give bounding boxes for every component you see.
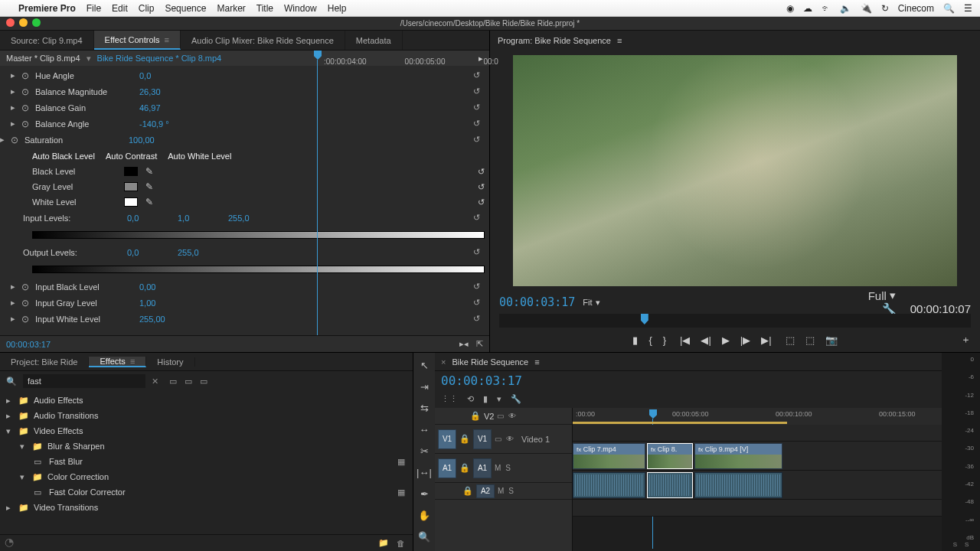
panel-menu-icon[interactable]: ≡ [165, 35, 169, 44]
target-a2-button[interactable]: A2 [476, 484, 495, 498]
eyedropper-icon[interactable]: ✎ [145, 166, 153, 177]
solo-right[interactable]: S [965, 541, 969, 548]
gray-swatch[interactable] [124, 182, 138, 191]
toggle-output-icon[interactable]: ▭ [495, 435, 501, 443]
timeline-ruler[interactable]: :00:00 00:00:05:00 00:00:10:00 00:00:15:… [573, 408, 942, 425]
marker-icon[interactable]: ▮ [632, 334, 638, 346]
input-levels-gradient[interactable] [32, 231, 485, 239]
track-v2[interactable] [573, 425, 942, 442]
menu-icon[interactable]: ☰ [964, 3, 972, 14]
pen-tool[interactable]: ✒ [416, 486, 432, 501]
reset-icon[interactable]: ↺ [473, 298, 485, 308]
menu-window[interactable]: Window [284, 3, 317, 14]
tree-folder[interactable]: ▸📁Audio Effects [0, 393, 413, 408]
black-swatch[interactable] [124, 167, 138, 176]
program-video-viewport[interactable] [513, 55, 957, 286]
playhead-icon[interactable] [641, 314, 648, 324]
source-a1-button[interactable]: A1 [438, 458, 456, 478]
tab-history[interactable]: History [146, 357, 194, 367]
reset-icon[interactable]: ↺ [473, 119, 485, 129]
tree-folder[interactable]: ▸📁Video Transitions [0, 500, 413, 515]
target-a1-button[interactable]: A1 [473, 458, 492, 478]
effects-search-input[interactable] [23, 374, 145, 388]
menu-file[interactable]: File [87, 3, 101, 14]
extract-icon[interactable]: ⬚ [805, 334, 815, 346]
ripple-tool[interactable]: ⇆ [416, 400, 432, 416]
settings-icon[interactable]: ▾ [497, 394, 501, 404]
eye-icon[interactable]: 👁 [506, 435, 514, 443]
menu-edit[interactable]: Edit [112, 3, 128, 14]
lock-icon[interactable]: 🔒 [459, 463, 470, 473]
tree-folder[interactable]: ▾📁Color Correction [0, 469, 413, 484]
reset-icon[interactable]: ↺ [473, 282, 485, 292]
work-area-bar[interactable] [573, 422, 787, 424]
source-v1-button[interactable]: V1 [438, 429, 456, 449]
snap-icon[interactable]: ⋮⋮ [441, 394, 458, 404]
solo-left[interactable]: S [953, 541, 957, 548]
slip-tool[interactable]: |↔| [416, 465, 432, 480]
panel-menu-icon[interactable]: ≡ [534, 357, 539, 367]
tab-project[interactable]: Project: Bike Ride [0, 357, 89, 367]
app-name[interactable]: Premiere Pro [18, 3, 76, 14]
effect-timeline-ruler[interactable]: :00:00:04:00 00:00:05:00 00:0 [302, 51, 479, 72]
menu-help[interactable]: Help [328, 3, 347, 14]
eyedropper-icon[interactable]: ✎ [145, 181, 153, 192]
reset-icon[interactable]: ↺ [478, 182, 485, 192]
export-icon[interactable]: ⇱ [476, 339, 483, 349]
reset-icon[interactable]: ↺ [473, 314, 485, 324]
hand-tool[interactable]: ✋ [416, 507, 432, 523]
timeline-tc[interactable]: 00:00:03:17 [441, 373, 522, 388]
track-v1[interactable]: fx Clip 7.mp4 fx Clip 8. fx Clip 9.mp4 [… [573, 442, 942, 471]
track-v2-label[interactable]: V2 [484, 412, 494, 421]
window-controls[interactable] [6, 18, 41, 27]
menu-title[interactable]: Title [256, 3, 273, 14]
tab-effects[interactable]: Effects≡ [89, 357, 146, 367]
auto-contrast-button[interactable]: Auto Contrast [106, 152, 157, 161]
linked-selection-icon[interactable]: ⟲ [467, 394, 474, 404]
reset-icon[interactable]: ↺ [473, 86, 485, 96]
wrench-icon[interactable]: 🔧 [511, 394, 521, 404]
tab-effect-controls[interactable]: Effect Controls≡ [94, 31, 181, 50]
spotlight-icon[interactable]: 🔍 [943, 3, 955, 14]
tree-folder[interactable]: ▾📁Video Effects [0, 423, 413, 439]
step-fwd-icon[interactable]: |▶ [740, 334, 750, 346]
new-bin-icon[interactable]: 📁 [378, 538, 389, 548]
white-swatch[interactable] [124, 197, 138, 207]
tab-metadata[interactable]: Metadata [345, 31, 403, 50]
razor-tool[interactable]: ✂ [416, 443, 432, 458]
lift-icon[interactable]: ⬚ [786, 334, 795, 346]
param-input-white[interactable]: Input White Level [35, 315, 135, 324]
track-a2[interactable] [573, 500, 942, 517]
clip-9[interactable]: fx Clip 9.mp4 [V] [694, 443, 782, 469]
play-button[interactable]: ▶ [722, 334, 730, 346]
tree-folder[interactable]: ▸📁Audio Transitions [0, 408, 413, 423]
quality-dropdown[interactable]: Full ▾ [868, 289, 971, 302]
lock-icon[interactable]: 🔒 [470, 411, 481, 421]
auto-black-level-button[interactable]: Auto Black Level [32, 152, 95, 161]
sequence-clip-link[interactable]: Bike Ride Sequence * Clip 8.mp4 [97, 54, 222, 63]
chevron-down-icon[interactable]: ▾ [87, 54, 91, 64]
playhead-icon[interactable] [649, 409, 657, 419]
clip-7[interactable]: fx Clip 7.mp4 [573, 443, 645, 469]
preset-icon[interactable]: ▭ [169, 377, 177, 386]
step-back-icon[interactable]: ◀| [701, 334, 710, 346]
auto-white-level-button[interactable]: Auto White Level [168, 152, 231, 161]
preset-icon[interactable]: ▭ [200, 377, 207, 386]
close-icon[interactable] [6, 18, 15, 27]
param-hue-angle[interactable]: Hue Angle [35, 71, 135, 80]
param-input-black[interactable]: Input Black Level [35, 282, 135, 292]
rate-stretch-tool[interactable]: ↔ [416, 422, 432, 437]
eye-icon[interactable]: 👁 [508, 412, 516, 420]
maximize-icon[interactable] [32, 18, 41, 27]
zoom-tool[interactable]: 🔍 [416, 529, 432, 544]
param-saturation[interactable]: Saturation [24, 135, 124, 145]
trash-icon[interactable]: 🗑 [397, 539, 405, 548]
preset-icon[interactable]: ▭ [185, 377, 192, 386]
in-point-icon[interactable]: { [648, 334, 652, 346]
program-scrubber[interactable] [499, 314, 971, 328]
param-balance-angle[interactable]: Balance Angle [35, 119, 135, 129]
loop-icon[interactable]: ▸◂ [459, 339, 469, 349]
track-select-tool[interactable]: ⇥ [416, 379, 432, 394]
menu-sequence[interactable]: Sequence [165, 3, 206, 14]
tab-audio-mixer[interactable]: Audio Clip Mixer: Bike Ride Sequence [181, 31, 345, 50]
